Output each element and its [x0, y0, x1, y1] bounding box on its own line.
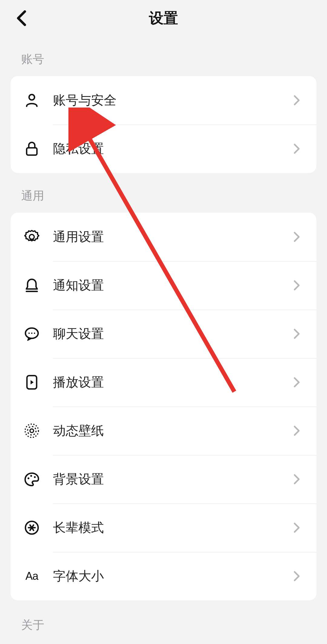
- palette-icon: [24, 471, 40, 487]
- chat-icon: [24, 326, 40, 342]
- row-chat-settings[interactable]: 聊天设置: [11, 310, 316, 358]
- chevron-right-icon: [291, 279, 303, 291]
- svg-point-4: [28, 333, 30, 334]
- page-title: 设置: [0, 8, 327, 28]
- section-general-title: 通用: [0, 173, 327, 213]
- svg-point-2: [29, 234, 34, 239]
- row-label: 账号与安全: [53, 92, 291, 109]
- playback-icon: [24, 374, 40, 390]
- svg-point-13: [34, 476, 36, 478]
- chevron-right-icon: [291, 143, 303, 155]
- chevron-right-icon: [291, 376, 303, 388]
- wallpaper-icon: [24, 423, 40, 439]
- svg-point-6: [34, 333, 35, 334]
- svg-point-5: [31, 333, 32, 334]
- font-icon: Aa: [24, 568, 40, 584]
- row-privacy[interactable]: 隐私设置: [11, 124, 316, 173]
- back-icon: [16, 10, 27, 26]
- gear-icon: [24, 229, 40, 245]
- row-label: 通用设置: [53, 228, 291, 245]
- row-label: 隐私设置: [53, 140, 291, 157]
- section-about-title: 关于: [0, 600, 327, 633]
- row-playback-settings[interactable]: 播放设置: [11, 358, 316, 407]
- section-account-card: 账号与安全 隐私设置: [11, 76, 316, 173]
- chevron-right-icon: [291, 570, 303, 582]
- row-background-settings[interactable]: 背景设置: [11, 455, 316, 503]
- row-label: 播放设置: [53, 374, 291, 391]
- section-account-title: 账号: [0, 36, 327, 76]
- lock-icon: [24, 141, 40, 157]
- person-icon: [24, 92, 40, 108]
- row-account-security[interactable]: 账号与安全: [11, 76, 316, 124]
- chevron-right-icon: [291, 473, 303, 485]
- chevron-right-icon: [291, 94, 303, 106]
- svg-point-12: [30, 475, 32, 477]
- row-notification-settings[interactable]: 通知设置: [11, 261, 316, 310]
- svg-rect-1: [27, 148, 37, 155]
- row-label: 通知设置: [53, 277, 291, 294]
- chevron-right-icon: [291, 328, 303, 340]
- section-general-card: 通用设置 通知设置 聊天设置: [11, 213, 316, 600]
- accessibility-icon: [24, 520, 40, 536]
- svg-point-0: [29, 95, 35, 100]
- svg-point-9: [28, 427, 36, 435]
- chevron-right-icon: [291, 522, 303, 534]
- chevron-right-icon: [291, 231, 303, 243]
- svg-point-8: [30, 429, 34, 433]
- row-elder-mode[interactable]: 长辈模式: [11, 503, 316, 552]
- back-button[interactable]: [12, 9, 30, 27]
- row-font-size[interactable]: Aa 字体大小: [11, 552, 316, 600]
- row-general-settings[interactable]: 通用设置: [11, 213, 316, 261]
- header: 设置: [0, 0, 327, 36]
- row-live-wallpaper[interactable]: 动态壁纸: [11, 407, 316, 455]
- row-label: 长辈模式: [53, 519, 291, 536]
- row-label: 背景设置: [53, 471, 291, 488]
- chevron-right-icon: [291, 425, 303, 437]
- svg-point-11: [28, 477, 29, 479]
- row-label: 字体大小: [53, 568, 291, 585]
- row-label: 动态壁纸: [53, 422, 291, 439]
- bell-icon: [24, 277, 40, 293]
- row-label: 聊天设置: [53, 325, 291, 342]
